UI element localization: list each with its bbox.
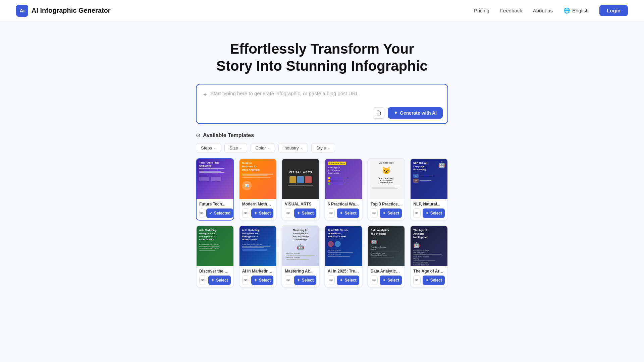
preview-button-1[interactable]: 👁 [199,208,204,218]
filter-style[interactable]: Style ⌄ [311,143,335,153]
template-info-7: Discover the Hidde... 👁 ✦ Select [197,266,233,287]
select-label-7: Select [216,278,228,283]
preview-button-11[interactable]: 👁 [371,276,378,285]
generate-button-label: Generate with AI [400,110,437,116]
input-actions: ✦ Generate with AI [373,107,443,119]
preview-button-5[interactable]: 👁 [371,208,378,218]
filter-color-label: Color [256,145,266,150]
filter-bar: Steps ⌄ Size ⌄ Color ⌄ Industry ⌄ Style … [196,143,448,153]
template-thumb-12: The Age ofArtificialIntelligence 🤖 Enhan… [411,226,447,266]
select-button-8[interactable]: ✦ Select [251,276,273,285]
template-card-4[interactable]: 6 Practical Ways to StrengthenYour Perso… [324,158,363,221]
select-label-2: Select [259,211,271,216]
template-thumb-10: AI in 2025: Trends,Innovations,and What'… [325,226,362,266]
language-label: English [572,8,589,13]
templates-section: ⊙ Available Templates Steps ⌄ Size ⌄ Col… [188,132,456,301]
template-name-4: 6 Practical Ways t... [328,202,359,206]
main-nav: Pricing Feedback About us 🌐 English Logi… [474,5,628,16]
select-button-4[interactable]: ✦ Select [337,208,359,218]
select-button-6[interactable]: ✦ Select [423,208,445,218]
template-card-12[interactable]: The Age ofArtificialIntelligence 🤖 Enhan… [410,225,448,288]
input-box: ✦ Start typing here to generate infograp… [196,84,448,124]
select-button-12[interactable]: ✦ Select [423,276,445,285]
template-card-7[interactable]: AI in Marketing:Using Data andIntelligen… [196,225,234,288]
preview-button-10[interactable]: 👁 [328,276,335,285]
template-name-5: Top 3 Practices... [371,202,402,206]
template-icon: ⊙ [196,132,200,138]
template-card-2[interactable]: ModernMethods forData Analysis 📊 Modern … [239,158,277,221]
template-actions-5: 👁 ✦ Select [371,208,402,218]
template-actions-7: 👁 ✦ Select [199,276,231,285]
preview-button-7[interactable]: 👁 [199,276,206,285]
chevron-down-icon: ⌄ [239,146,242,150]
template-actions-4: 👁 ✦ Select [328,208,359,218]
template-info-2: Modern Methods f... 👁 ✦ Select [239,199,276,220]
template-info-3: VISUAL ARTS 👁 ✦ Select [282,199,319,220]
template-card-6[interactable]: NLP, NaturalLanguageProcessing 🤖 Ai ML [410,158,448,221]
filter-industry[interactable]: Industry ⌄ [278,143,308,153]
filter-steps[interactable]: Steps ⌄ [196,143,221,153]
template-card-8[interactable]: AI in Marketing:Using Data andIntelligen… [239,225,277,288]
filter-size[interactable]: Size ⌄ [224,143,247,153]
select-button-2[interactable]: ✦ Select [251,208,273,218]
input-placeholder-text[interactable]: Start typing here to generate infographi… [210,90,359,96]
template-actions-8: 👁 ✦ Select [242,276,274,285]
sparkle-icon-5: ✦ [382,211,386,216]
select-button-10[interactable]: ✦ Select [337,276,359,285]
select-label-10: Select [344,278,356,283]
preview-button-9[interactable]: 👁 [285,276,292,285]
input-section: ✦ Start typing here to generate infograp… [188,84,456,124]
template-card-1[interactable]: Title: Future TechUnleashed Future [196,158,234,221]
template-card-9[interactable]: Mastering AI:Strategies forSuccess in th… [281,225,320,288]
preview-button-3[interactable]: 👁 [285,208,292,218]
template-card-11[interactable]: Data Analyticsand Insights 🤖 Data-Driven… [367,225,406,288]
generate-button[interactable]: ✦ Generate with AI [388,107,443,119]
template-card-10[interactable]: AI in 2025: Trends,Innovations,and What'… [324,225,363,288]
nav-feedback[interactable]: Feedback [500,8,522,13]
template-card-5[interactable]: Cat Care Tips 🐱 Top 3 PracticesEvery Own… [367,158,406,221]
template-actions-2: 👁 ✦ Select [242,208,274,218]
select-button-1[interactable]: ✓ Selected [206,208,233,218]
select-button-9[interactable]: ✦ Select [294,276,316,285]
template-actions-12: 👁 ✦ Select [413,276,445,285]
upload-file-button[interactable] [373,107,384,119]
select-button-7[interactable]: ✦ Select [208,276,230,285]
chevron-down-icon: ⌄ [213,146,216,150]
filter-color[interactable]: Color ⌄ [251,143,275,153]
preview-button-12[interactable]: 👁 [413,276,420,285]
filter-steps-label: Steps [201,145,212,150]
preview-button-4[interactable]: 👁 [328,208,335,218]
template-card-3[interactable]: VISUAL ARTS VISUAL ARTS 👁 [281,158,320,221]
template-thumb-11: Data Analyticsand Insights 🤖 Data-Driven… [368,226,405,266]
template-name-8: AI in Marketing:... [242,269,274,274]
preview-button-2[interactable]: 👁 [242,208,249,218]
template-thumb-2: ModernMethods forData Analysis 📊 [239,159,276,199]
template-actions-3: 👁 ✦ Select [285,208,316,218]
chevron-down-icon: ⌄ [300,146,303,150]
templates-header: ⊙ Available Templates [196,132,448,138]
template-actions-11: 👁 ✦ Select [371,276,402,285]
select-button-11[interactable]: ✦ Select [380,276,402,285]
nav-pricing[interactable]: Pricing [474,8,489,13]
template-thumb-5: Cat Care Tips 🐱 Top 3 PracticesEvery Own… [368,159,405,199]
preview-button-6[interactable]: 👁 [413,208,420,218]
language-selector[interactable]: 🌐 English [564,7,589,14]
select-button-5[interactable]: ✦ Select [380,208,402,218]
sparkle-icon-11: ✦ [382,278,386,283]
logo-icon: Ai [16,5,28,17]
sparkle-icon-8: ✦ [254,278,257,283]
template-actions-6: 👁 ✦ Select [413,208,445,218]
nav-about-us[interactable]: About us [533,8,553,13]
template-actions-1: 👁 ✓ Selected [199,208,231,218]
preview-button-8[interactable]: 👁 [242,276,249,285]
select-label-3: Select [302,211,314,216]
template-thumb-4: 6 Practical Ways to StrengthenYour Perso… [325,159,362,199]
select-label-6: Select [430,211,442,216]
select-label-11: Select [387,278,399,283]
template-name-1: Future Tech... [199,202,231,206]
login-button[interactable]: Login [599,5,628,16]
sparkle-icon-4: ✦ [339,211,343,216]
select-button-3[interactable]: ✦ Select [294,208,316,218]
generate-sparkle-icon: ✦ [394,110,398,116]
template-name-3: VISUAL ARTS [285,202,316,206]
